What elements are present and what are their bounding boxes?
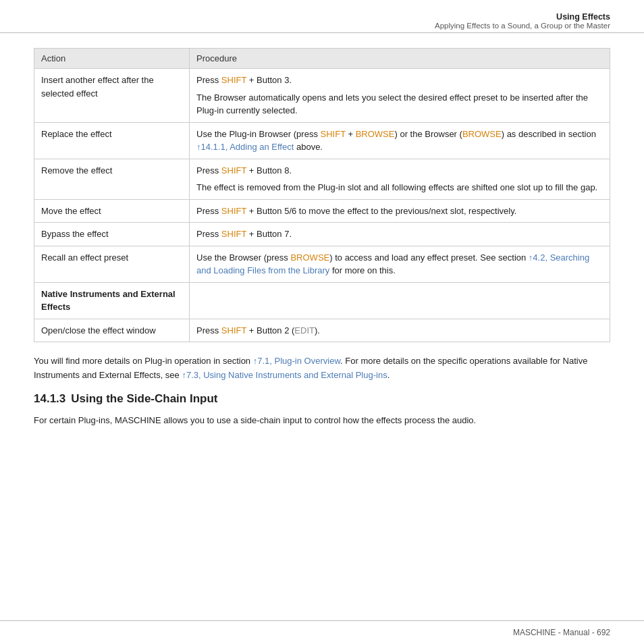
link-native-instruments[interactable]: ↑7.3, Using Native Instruments and Exter… <box>182 370 387 380</box>
section-paragraph: For certain Plug-ins, MASCHINE allows yo… <box>34 414 610 428</box>
procedure-cell: Press SHIFT + Button 2 (EDIT). <box>190 319 610 342</box>
action-cell: Recall an effect preset <box>34 246 190 282</box>
procedure-cell: Use the Plug-in Browser (press SHIFT + B… <box>190 122 610 159</box>
section-title: Using the Side-Chain Input <box>71 392 217 405</box>
action-cell: Open/close the effect window <box>34 319 190 342</box>
col-procedure-header: Procedure <box>190 49 610 69</box>
procedure-cell: Press SHIFT + Button 5/6 to move the eff… <box>190 199 610 223</box>
footer-text: MASCHINE - Manual - 692 <box>513 628 610 637</box>
procedure-cell: Press SHIFT + Button 7. <box>190 223 610 246</box>
orange-text: BROWSE <box>462 129 502 139</box>
table-row: Insert another effect after the selected… <box>34 69 610 123</box>
table-row: Open/close the effect windowPress SHIFT … <box>34 319 610 342</box>
table-link[interactable]: ↑14.1.1, Adding an Effect <box>196 142 294 152</box>
page-content: Action Procedure Insert another effect a… <box>0 33 644 620</box>
col-action-header: Action <box>34 49 190 69</box>
section-heading: 14.1.3Using the Side-Chain Input <box>34 392 610 406</box>
procedure-cell <box>190 282 610 319</box>
link-plugin-overview[interactable]: ↑7.1, Plug-in Overview <box>253 356 340 366</box>
header-title: Using Effects <box>34 12 610 22</box>
action-cell: Replace the effect <box>34 122 190 159</box>
gray-text: EDIT <box>294 325 315 336</box>
body-paragraph: You will find more details on Plug-in op… <box>34 354 610 383</box>
orange-text: SHIFT <box>321 129 346 139</box>
action-cell: Bypass the effect <box>34 223 190 246</box>
action-cell: Native Instruments and External Effects <box>34 282 190 319</box>
table-row: Bypass the effectPress SHIFT + Button 7. <box>34 223 610 246</box>
orange-text: BROWSE <box>290 252 329 263</box>
procedure-cell: Use the Browser (press BROWSE) to access… <box>190 246 610 282</box>
table-row: Recall an effect presetUse the Browser (… <box>34 246 610 282</box>
body-text3: . <box>387 370 390 380</box>
page-footer: MASCHINE - Manual - 692 <box>0 620 644 644</box>
body-text1: You will find more details on Plug-in op… <box>34 356 253 366</box>
orange-text: SHIFT <box>221 229 246 239</box>
orange-text: SHIFT <box>221 206 246 216</box>
page-header: Using Effects Applying Effects to a Soun… <box>0 0 644 33</box>
table-row: Replace the effectUse the Plug-in Browse… <box>34 122 610 159</box>
orange-text: SHIFT <box>221 325 246 336</box>
header-subtitle: Applying Effects to a Sound, a Group or … <box>34 22 610 30</box>
section-number: 14.1.3 <box>34 392 65 405</box>
orange-text: BROWSE <box>356 129 395 139</box>
effects-table: Action Procedure Insert another effect a… <box>34 48 610 342</box>
procedure-cell: Press SHIFT + Button 3.The Browser autom… <box>190 69 610 123</box>
orange-text: SHIFT <box>221 165 246 176</box>
table-row: Native Instruments and External Effects <box>34 282 610 319</box>
table-link[interactable]: ↑4.2, Searching and Loading Files from t… <box>196 252 589 276</box>
action-cell: Insert another effect after the selected… <box>34 69 190 123</box>
action-cell: Remove the effect <box>34 159 190 199</box>
action-cell: Move the effect <box>34 199 190 223</box>
table-row: Move the effectPress SHIFT + Button 5/6 … <box>34 199 610 223</box>
procedure-cell: Press SHIFT + Button 8.The effect is rem… <box>190 159 610 199</box>
table-row: Remove the effectPress SHIFT + Button 8.… <box>34 159 610 199</box>
page-container: Using Effects Applying Effects to a Soun… <box>0 0 644 644</box>
orange-text: SHIFT <box>221 75 246 85</box>
